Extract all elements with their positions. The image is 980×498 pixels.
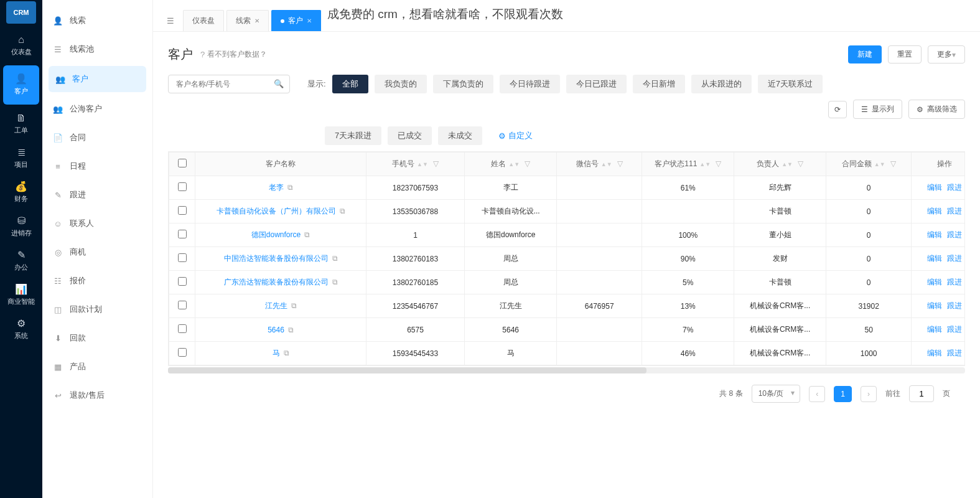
sidebar-item-2[interactable]: 👥客户 bbox=[49, 66, 146, 92]
close-icon[interactable]: ✕ bbox=[254, 17, 259, 24]
customer-name-link[interactable]: 江先生 bbox=[265, 301, 287, 310]
copy-icon[interactable]: ⧉ bbox=[332, 278, 338, 286]
nav-item-5[interactable]: ⛁进销存 bbox=[3, 210, 39, 244]
columns-button[interactable]: ☰显示列 bbox=[853, 100, 902, 119]
column-header[interactable]: 操作 bbox=[912, 153, 965, 176]
select-all-checkbox[interactable] bbox=[178, 159, 187, 167]
copy-icon[interactable]: ⧉ bbox=[291, 301, 297, 310]
filter-chip[interactable]: 7天未跟进 bbox=[325, 126, 381, 145]
edit-link[interactable]: 编辑 bbox=[927, 183, 942, 192]
tab-2[interactable]: 客户✕ bbox=[271, 10, 321, 31]
column-filter-icon[interactable]: ▽ bbox=[433, 159, 439, 168]
nav-item-7[interactable]: 📊商业智能 bbox=[3, 278, 39, 312]
edit-link[interactable]: 编辑 bbox=[927, 254, 942, 263]
column-filter-icon[interactable]: ▽ bbox=[525, 159, 530, 168]
sidebar-item-10[interactable]: ◫回款计划 bbox=[42, 295, 152, 324]
customer-name-link[interactable]: 5646 bbox=[268, 326, 284, 334]
follow-link[interactable]: 跟进 bbox=[947, 325, 962, 334]
sort-icon[interactable]: ▲▼ bbox=[508, 163, 520, 166]
filter-chip[interactable]: 今日已跟进 bbox=[566, 75, 627, 93]
customer-name-link[interactable]: 马 bbox=[273, 349, 280, 357]
row-checkbox[interactable] bbox=[178, 348, 187, 357]
sidebar-item-11[interactable]: ⬇回款 bbox=[42, 324, 152, 352]
row-checkbox[interactable] bbox=[178, 230, 187, 238]
row-checkbox[interactable] bbox=[178, 301, 187, 309]
filter-chip[interactable]: 从未跟进的 bbox=[691, 75, 752, 93]
close-icon[interactable]: ✕ bbox=[307, 17, 312, 24]
sidebar-item-1[interactable]: ☰线索池 bbox=[42, 35, 152, 63]
follow-link[interactable]: 跟进 bbox=[947, 230, 962, 239]
customer-name-link[interactable]: 老李 bbox=[269, 183, 284, 192]
column-header[interactable]: 姓名▲▼▽ bbox=[465, 153, 557, 176]
follow-link[interactable]: 跟进 bbox=[947, 278, 962, 286]
copy-icon[interactable]: ⧉ bbox=[332, 254, 338, 263]
follow-link[interactable]: 跟进 bbox=[947, 183, 962, 192]
follow-link[interactable]: 跟进 bbox=[947, 254, 962, 263]
filter-chip[interactable]: 未成交 bbox=[438, 126, 482, 145]
column-header[interactable]: 客户名称 bbox=[195, 153, 366, 176]
nav-item-2[interactable]: 🗎工单 bbox=[3, 107, 39, 141]
edit-link[interactable]: 编辑 bbox=[927, 207, 942, 215]
edit-link[interactable]: 编辑 bbox=[927, 325, 942, 334]
customer-name-link[interactable]: 德国downforce bbox=[251, 230, 301, 239]
column-filter-icon[interactable]: ▽ bbox=[798, 159, 803, 168]
help-hint[interactable]: 看不到客户数据？ bbox=[207, 49, 267, 60]
filter-chip[interactable]: 今日待跟进 bbox=[500, 75, 560, 93]
search-input[interactable] bbox=[168, 75, 290, 93]
page-number-1[interactable]: 1 bbox=[834, 386, 852, 402]
follow-link[interactable]: 跟进 bbox=[947, 349, 962, 357]
filter-chip[interactable]: 我负责的 bbox=[375, 75, 427, 93]
search-icon[interactable]: 🔍 bbox=[274, 79, 284, 88]
tab-1[interactable]: 线索✕ bbox=[226, 10, 269, 31]
filter-chip[interactable]: 今日新增 bbox=[633, 75, 685, 93]
reset-button[interactable]: 重置 bbox=[888, 45, 922, 63]
nav-item-6[interactable]: ✎办公 bbox=[3, 244, 39, 278]
sidebar-item-4[interactable]: 📄合同 bbox=[42, 123, 152, 152]
column-filter-icon[interactable]: ▽ bbox=[617, 159, 623, 168]
customer-name-link[interactable]: 广东浩达智能装备股份有限公司 bbox=[224, 278, 329, 286]
more-button[interactable]: 更多 ▾ bbox=[928, 45, 965, 63]
column-header[interactable]: 客户状态111▲▼▽ bbox=[642, 153, 734, 176]
nav-item-8[interactable]: ⚙系统 bbox=[3, 312, 39, 347]
row-checkbox[interactable] bbox=[178, 182, 187, 191]
column-header[interactable]: 负责人▲▼▽ bbox=[734, 153, 826, 176]
sidebar-item-8[interactable]: ◎商机 bbox=[42, 238, 152, 266]
copy-icon[interactable]: ⧉ bbox=[287, 183, 293, 192]
sort-icon[interactable]: ▲▼ bbox=[782, 163, 793, 166]
custom-filter-link[interactable]: ⚙自定义 bbox=[488, 126, 543, 145]
horizontal-scrollbar[interactable] bbox=[168, 367, 965, 374]
sidebar-item-6[interactable]: ✎跟进 bbox=[42, 181, 152, 209]
customer-name-link[interactable]: 中国浩达智能装备股份有限公司 bbox=[224, 254, 329, 263]
filter-chip[interactable]: 全部 bbox=[332, 75, 368, 93]
sidebar-item-12[interactable]: ▦产品 bbox=[42, 352, 152, 381]
sidebar-item-3[interactable]: 👥公海客户 bbox=[42, 95, 152, 123]
column-filter-icon[interactable]: ▽ bbox=[716, 159, 721, 168]
nav-item-3[interactable]: ≣项目 bbox=[3, 141, 39, 176]
filter-chip[interactable]: 下属负责的 bbox=[433, 75, 493, 93]
new-button[interactable]: 新建 bbox=[848, 45, 882, 63]
nav-item-0[interactable]: ⌂仪表盘 bbox=[3, 29, 39, 63]
next-page-button[interactable]: › bbox=[861, 386, 877, 402]
nav-item-4[interactable]: 💰财务 bbox=[3, 176, 39, 210]
tabs-menu-icon[interactable]: ☰ bbox=[161, 12, 180, 29]
sidebar-item-5[interactable]: ≡日程 bbox=[42, 152, 152, 181]
sort-icon[interactable]: ▲▼ bbox=[417, 163, 428, 166]
column-header[interactable] bbox=[169, 153, 195, 176]
copy-icon[interactable]: ⧉ bbox=[284, 349, 289, 357]
prev-page-button[interactable]: ‹ bbox=[809, 386, 825, 402]
column-filter-icon[interactable]: ▽ bbox=[890, 159, 896, 168]
help-icon[interactable]: ? bbox=[200, 50, 205, 59]
customer-name-link[interactable]: 卡普顿自动化设备（广州）有限公司 bbox=[217, 207, 336, 215]
column-header[interactable]: 手机号▲▼▽ bbox=[366, 153, 464, 176]
sidebar-item-0[interactable]: 👤线索 bbox=[42, 6, 152, 35]
copy-icon[interactable]: ⧉ bbox=[340, 207, 345, 215]
advanced-filter-button[interactable]: ⚙高级筛选 bbox=[908, 100, 965, 119]
row-checkbox[interactable] bbox=[178, 206, 187, 215]
nav-item-1[interactable]: 👤客户 bbox=[3, 65, 39, 105]
sort-icon[interactable]: ▲▼ bbox=[699, 163, 711, 166]
edit-link[interactable]: 编辑 bbox=[927, 349, 942, 357]
tab-0[interactable]: 仪表盘 bbox=[183, 10, 224, 31]
page-size-select[interactable]: 10条/页 bbox=[752, 385, 801, 403]
copy-icon[interactable]: ⧉ bbox=[288, 326, 294, 334]
refresh-button[interactable]: ⟳ bbox=[828, 101, 847, 118]
